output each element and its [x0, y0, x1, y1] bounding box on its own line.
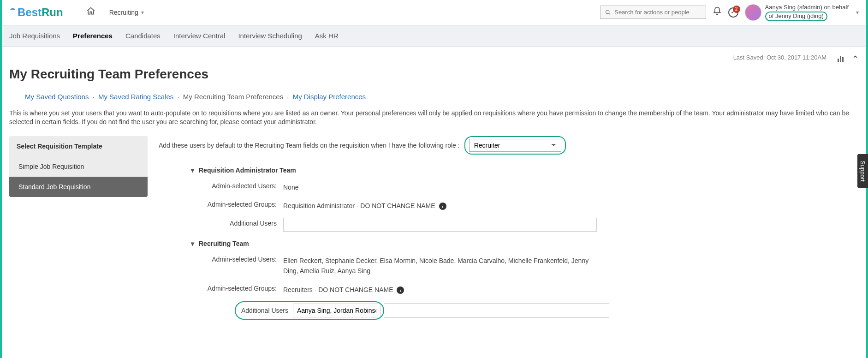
value-admin-users-2: Ellen Reckert, Stephanie Decker, Elsa Mo…: [283, 254, 597, 276]
collapse-icon[interactable]: ⌃: [852, 54, 859, 64]
breadcrumb: My Saved Questions · My Saved Rating Sca…: [25, 93, 859, 101]
chevron-down-icon: ▾: [856, 9, 859, 16]
crumb-team-prefs: My Recruiting Team Preferences: [183, 93, 283, 101]
section-title: Recruiting Team: [199, 240, 249, 247]
additional-users-input-2[interactable]: [293, 304, 380, 317]
global-search[interactable]: [600, 6, 706, 19]
info-icon[interactable]: i: [439, 203, 446, 210]
label-admin-users: Admin-selected Users:: [191, 254, 283, 263]
chevron-down-icon: ▾: [191, 167, 194, 174]
help-text: This is where you set your users that yo…: [9, 109, 859, 127]
user-text: Aanya Sing (sfadmin) on behalf of Jenny …: [765, 4, 849, 21]
home-icon[interactable]: [86, 6, 95, 18]
page-title: My Recruiting Team Preferences: [9, 67, 859, 82]
additional-users-input-1[interactable]: [283, 218, 597, 232]
label-admin-groups: Admin-selected Groups:: [191, 199, 283, 208]
label-additional-users: Additional Users: [238, 305, 293, 316]
user-menu[interactable]: Aanya Sing (sfadmin) on behalf of Jenny …: [745, 4, 859, 21]
value-admin-users-1: None: [283, 180, 859, 192]
svg-line-1: [608, 13, 610, 14]
search-input[interactable]: [614, 9, 701, 16]
user-line1: Aanya Sing (sfadmin) on behalf: [765, 4, 849, 12]
crumb-display-prefs[interactable]: My Display Preferences: [293, 93, 366, 101]
sub-navigation: Job Requisitions Preferences Candidates …: [0, 25, 868, 47]
crumb-saved-questions[interactable]: My Saved Questions: [25, 93, 89, 101]
last-saved-text: Last Saved: Oct 30, 2017 11:20AM: [733, 54, 826, 61]
crumb-saved-scales[interactable]: My Saved Rating Scales: [98, 93, 173, 101]
section-title: Requisition Administrator Team: [199, 167, 296, 174]
tab-candidates[interactable]: Candidates: [125, 32, 161, 40]
tab-preferences[interactable]: Preferences: [73, 32, 113, 40]
support-tab[interactable]: Support: [857, 154, 868, 188]
section-recruiting-team[interactable]: ▾ Recruiting Team: [191, 240, 859, 247]
template-item-simple[interactable]: Simple Job Requisition: [9, 156, 148, 177]
svg-point-0: [606, 10, 609, 13]
brand-best: Best: [18, 6, 42, 18]
additional-users-highlight: Additional Users: [235, 301, 384, 320]
role-select[interactable]: Recruiter: [469, 139, 561, 152]
search-icon: [605, 9, 611, 16]
analytics-icon[interactable]: [838, 56, 844, 62]
todo-icon[interactable]: 2: [728, 7, 738, 18]
template-item-standard[interactable]: Standard Job Requisition: [9, 177, 148, 197]
label-admin-groups: Admin-selected Groups:: [191, 283, 283, 292]
avatar: [745, 4, 761, 21]
additional-users-input-trail[interactable]: [384, 303, 609, 318]
tab-interview-central[interactable]: Interview Central: [173, 32, 226, 40]
value-admin-groups-1: Requisition Administrator - DO NOT CHANG…: [283, 202, 435, 209]
chevron-down-icon: ▾: [191, 240, 194, 247]
tab-ask-hr[interactable]: Ask HR: [315, 32, 339, 40]
module-dropdown[interactable]: Recruiting ▾: [109, 9, 144, 16]
tab-interview-scheduling[interactable]: Interview Scheduling: [238, 32, 302, 40]
info-icon[interactable]: i: [397, 286, 404, 294]
template-selector-header: Select Requisition Template: [9, 136, 148, 156]
brand-logo[interactable]: ☁ BestRun: [9, 6, 63, 19]
section-req-admin-team[interactable]: ▾ Requisition Administrator Team: [191, 167, 859, 174]
brand-run: Run: [42, 6, 63, 18]
global-header: ☁ BestRun Recruiting ▾ 2 Aanya Sing (sfa…: [0, 0, 868, 25]
todo-badge: 2: [733, 6, 740, 13]
proxy-user-highlight: of Jenny Ding (jding): [765, 12, 827, 21]
label-additional-users: Additional Users: [191, 218, 283, 227]
template-selector-panel: Select Requisition Template Simple Job R…: [9, 136, 148, 197]
module-label: Recruiting: [109, 9, 138, 16]
tab-job-requisitions[interactable]: Job Requisitions: [9, 32, 60, 40]
cloud-icon: ☁: [9, 4, 16, 12]
value-admin-groups-2: Recruiters - DO NOT CHANGE NAME: [283, 286, 393, 293]
role-row-label: Add these users by default to the Recrui…: [159, 142, 460, 149]
label-admin-users: Admin-selected Users:: [191, 180, 283, 190]
role-select-highlight: Recruiter: [464, 136, 566, 155]
notifications-icon[interactable]: [713, 6, 722, 18]
chevron-down-icon: ▾: [141, 9, 144, 16]
